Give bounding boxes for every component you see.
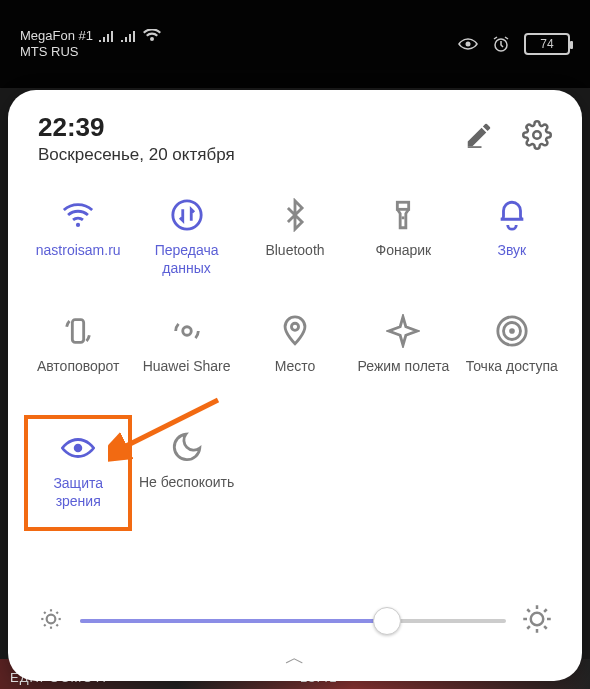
hotspot-icon bbox=[493, 312, 531, 350]
svg-point-13 bbox=[74, 444, 83, 453]
tile-label: Точка доступа bbox=[464, 358, 560, 376]
tile-label: Bluetooth bbox=[263, 242, 326, 260]
svg-point-10 bbox=[509, 328, 515, 334]
tile-location[interactable]: Место bbox=[241, 299, 349, 415]
tile-label: Место bbox=[273, 358, 318, 376]
tile-dnd[interactable]: Не беспокоить bbox=[132, 415, 240, 531]
svg-line-20 bbox=[56, 624, 58, 626]
carrier-2: MTS RUS bbox=[20, 44, 161, 60]
panel-header: 22:39 Воскресенье, 20 октября bbox=[24, 112, 566, 177]
panel-handle-icon[interactable]: ︿ bbox=[24, 644, 566, 671]
svg-rect-7 bbox=[73, 320, 84, 343]
tile-sound[interactable]: Звук bbox=[458, 183, 566, 299]
tile-hotspot[interactable]: Точка доступа bbox=[458, 299, 566, 415]
carrier-1: MegaFon #1 bbox=[20, 28, 93, 44]
quick-settings-panel: 22:39 Воскресенье, 20 октября nastroisam… bbox=[8, 90, 582, 681]
svg-line-31 bbox=[544, 609, 547, 612]
battery-indicator: 74 bbox=[524, 33, 570, 55]
svg-point-8 bbox=[182, 327, 191, 336]
tile-bluetooth[interactable]: Bluetooth bbox=[241, 183, 349, 299]
svg-point-9 bbox=[291, 323, 298, 330]
svg-line-22 bbox=[56, 612, 58, 614]
tile-label: Не беспокоить bbox=[137, 474, 236, 492]
svg-line-19 bbox=[44, 612, 46, 614]
svg-point-4 bbox=[172, 201, 200, 229]
panel-date: Воскресенье, 20 октября bbox=[38, 145, 235, 165]
tile-label: Фонарик bbox=[374, 242, 434, 260]
edit-icon[interactable] bbox=[464, 120, 494, 150]
svg-line-29 bbox=[544, 626, 547, 629]
panel-time: 22:39 bbox=[38, 112, 235, 143]
signal-icon-1 bbox=[99, 30, 115, 42]
dnd-icon bbox=[168, 428, 206, 466]
svg-point-3 bbox=[76, 223, 80, 227]
wifi-icon bbox=[59, 196, 97, 234]
svg-rect-2 bbox=[468, 146, 482, 148]
status-bar: MegaFon #1 MTS RUS 74 bbox=[0, 0, 590, 88]
svg-point-23 bbox=[531, 613, 544, 626]
svg-line-28 bbox=[527, 609, 530, 612]
tile-label: Huawei Share bbox=[141, 358, 233, 376]
settings-gear-icon[interactable] bbox=[522, 120, 552, 150]
share-icon bbox=[168, 312, 206, 350]
tile-eyecare[interactable]: Защита зрения bbox=[24, 415, 132, 531]
rotate-icon bbox=[59, 312, 97, 350]
tile-label: Автоповорот bbox=[35, 358, 122, 376]
signal-icon-2 bbox=[121, 30, 137, 42]
tile-wifi[interactable]: nastroisam.ru bbox=[24, 183, 132, 299]
brightness-row bbox=[24, 596, 566, 638]
brightness-high-icon bbox=[522, 604, 552, 638]
wifi-status-icon bbox=[143, 29, 161, 43]
svg-line-21 bbox=[44, 624, 46, 626]
svg-line-30 bbox=[527, 626, 530, 629]
airplane-icon bbox=[384, 312, 422, 350]
tile-airplane[interactable]: Режим полета bbox=[349, 299, 457, 415]
svg-rect-5 bbox=[398, 202, 409, 209]
eye-status-icon bbox=[458, 37, 478, 51]
quick-tiles-grid: nastroisam.ruПередача данныхBluetoothФон… bbox=[24, 183, 566, 531]
tile-share[interactable]: Huawei Share bbox=[132, 299, 240, 415]
brightness-slider[interactable] bbox=[80, 609, 506, 633]
alarm-status-icon bbox=[492, 35, 510, 53]
brightness-low-icon bbox=[38, 606, 64, 636]
tile-rotate[interactable]: Автоповорот bbox=[24, 299, 132, 415]
svg-point-14 bbox=[47, 615, 56, 624]
svg-point-0 bbox=[466, 42, 471, 47]
tile-label: Режим полета bbox=[356, 358, 452, 376]
sound-icon bbox=[493, 196, 531, 234]
flashlight-icon bbox=[384, 196, 422, 234]
tile-label: Передача данных bbox=[135, 242, 237, 277]
data-icon bbox=[168, 196, 206, 234]
tile-flashlight[interactable]: Фонарик bbox=[349, 183, 457, 299]
bluetooth-icon bbox=[276, 196, 314, 234]
tile-label: Защита зрения bbox=[28, 475, 128, 510]
tile-data[interactable]: Передача данных bbox=[132, 183, 240, 299]
eyecare-icon bbox=[59, 429, 97, 467]
location-icon bbox=[276, 312, 314, 350]
tile-label: Звук bbox=[495, 242, 528, 260]
tile-label: nastroisam.ru bbox=[34, 242, 123, 260]
